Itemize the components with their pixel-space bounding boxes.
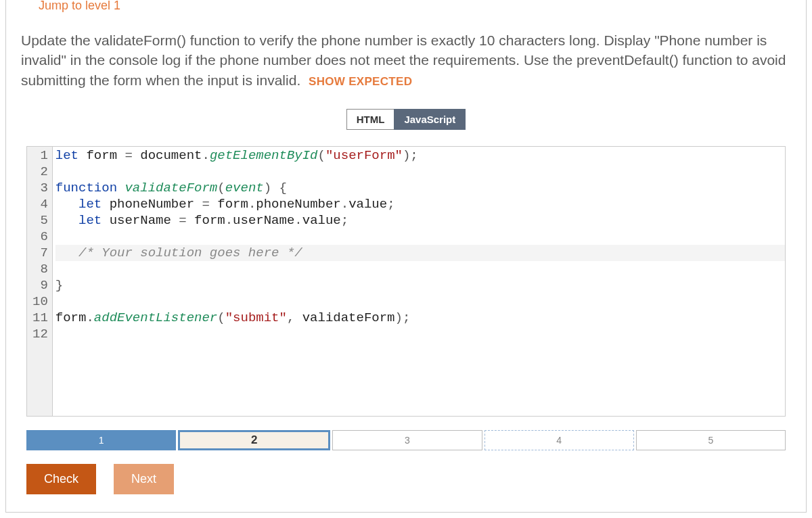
- instructions-text: Update the validateForm() function to ve…: [6, 14, 806, 90]
- tab-javascript[interactable]: JavaScript: [394, 109, 466, 130]
- next-button[interactable]: Next: [114, 464, 174, 494]
- file-tabs: HTML JavaScript: [6, 109, 806, 130]
- line-number: 10: [32, 293, 48, 310]
- code-line[interactable]: /* Your solution goes here */: [55, 245, 785, 261]
- code-line[interactable]: form.addEventListener("submit", validate…: [55, 310, 785, 326]
- line-number: 2: [32, 164, 48, 180]
- code-line[interactable]: let phoneNumber = form.phoneNumber.value…: [55, 196, 785, 212]
- code-line[interactable]: }: [55, 277, 785, 293]
- progress-step[interactable]: 2: [178, 430, 330, 450]
- tab-html[interactable]: HTML: [346, 109, 394, 130]
- code-line[interactable]: let form = document.getElementById("user…: [55, 147, 785, 164]
- progress-steps: 12345: [26, 430, 786, 450]
- code-line[interactable]: [55, 293, 785, 310]
- line-number: 4: [32, 196, 48, 212]
- check-button[interactable]: Check: [26, 464, 96, 494]
- code-content[interactable]: let form = document.getElementById("user…: [53, 147, 785, 416]
- show-expected-link[interactable]: SHOW EXPECTED: [309, 75, 412, 88]
- code-line[interactable]: function validateForm(event) {: [55, 180, 785, 196]
- code-editor[interactable]: 123456789101112 let form = document.getE…: [26, 146, 786, 417]
- code-line[interactable]: let userName = form.userName.value;: [55, 212, 785, 229]
- code-line[interactable]: [55, 229, 785, 245]
- line-number: 8: [32, 261, 48, 277]
- line-number: 1: [32, 147, 48, 164]
- line-number: 6: [32, 229, 48, 245]
- line-number: 9: [32, 277, 48, 293]
- progress-step[interactable]: 4: [484, 430, 634, 450]
- line-number: 11: [32, 310, 48, 326]
- line-number: 5: [32, 212, 48, 229]
- line-number: 7: [32, 245, 48, 261]
- jump-to-level-link[interactable]: Jump to level 1: [6, 0, 120, 12]
- line-number: 3: [32, 180, 48, 196]
- code-line[interactable]: [55, 261, 785, 277]
- progress-step[interactable]: 5: [636, 430, 786, 450]
- action-buttons: Check Next: [26, 464, 786, 494]
- line-number: 12: [32, 326, 48, 342]
- line-gutter: 123456789101112: [27, 147, 53, 416]
- progress-step[interactable]: 3: [332, 430, 482, 450]
- code-line[interactable]: [55, 326, 785, 342]
- progress-step[interactable]: 1: [26, 430, 176, 450]
- code-line[interactable]: [55, 164, 785, 180]
